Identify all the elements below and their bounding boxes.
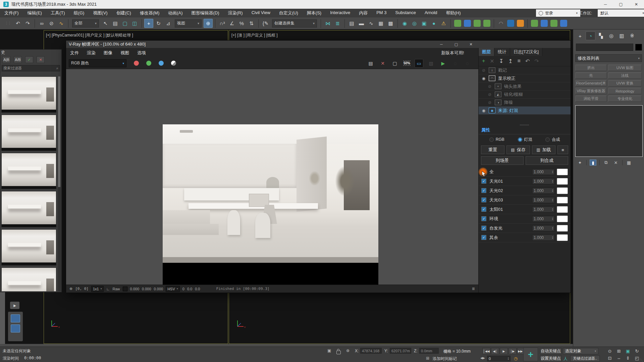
spinner[interactable]: ▴▾: [552, 236, 553, 239]
save-layers-icon[interactable]: ↧: [499, 58, 503, 64]
modifier-preset-button[interactable]: 挤出: [575, 65, 607, 71]
ipr-stop-icon[interactable]: ◌: [463, 59, 472, 68]
select-object-icon[interactable]: ↖: [101, 19, 110, 28]
vfb-canvas[interactable]: [66, 69, 478, 285]
light-color-swatch[interactable]: [557, 234, 568, 241]
light-color-swatch[interactable]: [557, 206, 568, 213]
layout-tab-icon[interactable]: [11, 314, 20, 322]
light-color-swatch[interactable]: [557, 169, 568, 175]
save-image-icon[interactable]: ▤: [366, 59, 375, 68]
menu-item[interactable]: 渲染(R): [224, 10, 247, 16]
history-thumbnail[interactable]: [1, 191, 56, 227]
selection-filter-dropdown[interactable]: 选定对象▾: [563, 348, 598, 354]
menu-item[interactable]: 动画(A): [164, 10, 187, 16]
history-scrollbar[interactable]: [58, 76, 61, 291]
modifier-preset-button[interactable]: UVW 变换: [608, 80, 642, 86]
mode-radio-灯混[interactable]: 灯混: [518, 137, 532, 142]
key-person-icon[interactable]: 人: [564, 356, 568, 362]
zoom-window-icon[interactable]: ⊞: [615, 348, 623, 354]
delete-layer-icon[interactable]: ✕: [490, 58, 494, 64]
selection-filter-dropdown[interactable]: 全部▾: [72, 19, 99, 27]
zoom-region-icon[interactable]: ⊡: [606, 355, 614, 361]
undo-layer-icon[interactable]: ↶: [525, 58, 530, 64]
vfb-menu-item[interactable]: 视图: [116, 50, 133, 56]
select-link-icon[interactable]: ∞: [37, 19, 46, 28]
eye-disabled-icon[interactable]: ⊘: [485, 84, 495, 89]
lightmix-row[interactable]: ✓天光031.000▴▾: [479, 195, 571, 205]
vfb-menu-item[interactable]: 图像: [100, 50, 116, 56]
light-multiplier-field[interactable]: 1.000▴▾: [532, 197, 554, 203]
workspace-dropdown[interactable]: 默认 ▾: [598, 9, 644, 17]
channel-dropdown[interactable]: RGB 颜色 ▾: [69, 59, 126, 67]
light-multiplier-field[interactable]: 1.000▴▾: [532, 188, 554, 194]
use-center-icon[interactable]: ⊕: [204, 19, 213, 28]
lightmix-row[interactable]: ✓天光021.000▴▾: [479, 186, 571, 195]
frame-number-field[interactable]: 0 ▴▾: [487, 356, 511, 361]
scrollbar-thumb[interactable]: [58, 76, 60, 187]
history-compare-icon[interactable]: ✓: [25, 56, 33, 63]
show-frame-icon[interactable]: ▭: [415, 59, 423, 68]
rect-select-region-icon[interactable]: ▢: [120, 19, 129, 28]
select-rotate-icon[interactable]: ↻: [154, 19, 163, 28]
ipr-start-icon[interactable]: ▶: [439, 59, 447, 68]
vray-badge-icon[interactable]: [454, 20, 461, 27]
lightmix-row[interactable]: ✓自发光1.000▴▾: [479, 224, 571, 233]
pan-hand-icon[interactable]: ⇔: [615, 355, 623, 361]
warning-icon[interactable]: ⚠: [439, 19, 448, 28]
playback-button[interactable]: ◀│: [491, 348, 499, 354]
layer-row[interactable]: ⊘◭锐化/模糊: [479, 90, 571, 99]
to-scene-button[interactable]: 到场景: [481, 156, 524, 165]
menu-item[interactable]: PM 3: [372, 10, 391, 16]
menu-item[interactable]: 创建(C): [112, 10, 136, 16]
snap-toggle-icon[interactable]: ∩³: [218, 19, 227, 28]
lightmix-row[interactable]: ✓天光011.000▴▾: [479, 177, 571, 186]
menu-item[interactable]: Interactive: [326, 10, 355, 16]
light-color-swatch[interactable]: [557, 178, 568, 185]
dock-tab-图层[interactable]: 图层: [479, 48, 494, 56]
percent-snap-icon[interactable]: %: [237, 19, 246, 28]
configure-modifier-sets-icon[interactable]: ▦: [626, 160, 632, 166]
top-viewport-label[interactable]: [+] [顶 ] [用户定义 ] [线框 ]: [231, 33, 278, 38]
light-color-swatch[interactable]: [557, 216, 568, 222]
lightmix-row[interactable]: ✓其余1.000▴▾: [479, 233, 571, 242]
menu-item[interactable]: 文件(F): [0, 10, 23, 16]
green-channel-icon[interactable]: [146, 61, 151, 66]
edit-named-selection-icon[interactable]: {✎: [261, 19, 270, 28]
spinner[interactable]: ▴▾: [552, 180, 553, 183]
spinner[interactable]: ▴▾: [552, 217, 553, 221]
vfb-menu-item[interactable]: 选项: [133, 50, 150, 56]
dock-tab-日志[TZ汉化][interactable]: 日志[TZ汉化]: [510, 48, 542, 56]
maximize-button[interactable]: ▢: [613, 0, 629, 9]
layer-row[interactable]: ⊘+镜头效果: [479, 82, 571, 90]
modifier-preset-button[interactable]: 法线: [608, 72, 642, 79]
select-scale-icon[interactable]: ⊿: [164, 19, 173, 28]
expand-panel-button[interactable]: ▶: [10, 302, 19, 309]
menu-item[interactable]: 组(G): [69, 10, 89, 16]
bind-spacewarp-icon[interactable]: ∿: [57, 19, 66, 28]
unlink-icon[interactable]: ⊘: [47, 19, 56, 28]
status-menu-icon[interactable]: ≣: [472, 287, 475, 291]
alpha-channel-icon[interactable]: [171, 61, 176, 66]
history-thumbnail[interactable]: [1, 267, 56, 291]
light-multiplier-field[interactable]: 1.000▴▾: [532, 169, 554, 175]
select-move-icon[interactable]: +: [144, 19, 153, 28]
eye-disabled-icon[interactable]: ⊘: [485, 92, 495, 97]
u-badge-icon[interactable]: [517, 20, 524, 27]
spinner[interactable]: ▴▾: [552, 170, 553, 174]
layout-tab-icon[interactable]: [11, 324, 20, 333]
load-layers-icon[interactable]: ↥: [508, 58, 513, 64]
vfb-menu-item[interactable]: 文件: [66, 50, 83, 56]
spinner[interactable]: ▴▾: [552, 198, 553, 202]
mirror-icon[interactable]: ⋈: [323, 19, 332, 28]
headset-icon[interactable]: ◠: [496, 19, 505, 28]
clear-image-icon[interactable]: ✕: [378, 59, 387, 68]
history-search-input[interactable]: 搜索过滤器 ⌕: [2, 65, 60, 71]
x-coordinate-field[interactable]: 47874.168: [360, 348, 382, 354]
history-compare-icon[interactable]: A/B: [14, 56, 22, 63]
menu-item[interactable]: 视图(V): [89, 10, 112, 16]
light-multiplier-field[interactable]: 1.000▴▾: [532, 235, 554, 241]
menu-item[interactable]: 修改器(M): [136, 10, 164, 16]
align-icon[interactable]: ≣: [333, 19, 342, 28]
light-checkbox[interactable]: ✓: [481, 188, 486, 193]
to-composite-button[interactable]: 到合成: [526, 156, 568, 165]
